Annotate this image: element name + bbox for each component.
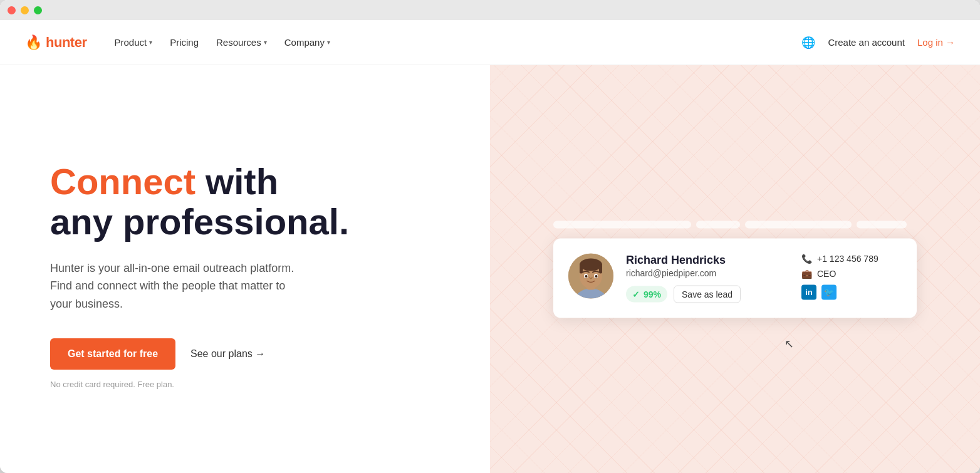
hero-heading-highlight: Connect [50, 161, 195, 202]
card-area: Richard Hendricks richard@piedpiper.com … [553, 221, 917, 318]
no-credit-card-text: No credit card required. Free plan. [50, 380, 452, 389]
nav-resources-label: Resources [216, 37, 261, 48]
logo-icon: 🔥 [25, 34, 42, 51]
svg-point-9 [585, 275, 588, 278]
logo-link[interactable]: 🔥 hunter [25, 34, 86, 51]
hero-heading: Connect withany professional. [50, 162, 452, 242]
traffic-light-green[interactable] [34, 6, 42, 14]
profile-email: richard@piedpiper.com [626, 268, 789, 278]
twitter-button[interactable]: 🐦 [821, 284, 837, 299]
avatar-image [568, 253, 613, 298]
search-segment-2 [696, 221, 740, 228]
search-segment-1 [553, 221, 691, 228]
social-row: in 🐦 [801, 284, 902, 299]
traffic-light-yellow[interactable] [21, 6, 29, 14]
globe-icon[interactable]: 🌐 [801, 36, 815, 49]
traffic-light-red[interactable] [8, 6, 16, 14]
svg-point-10 [595, 275, 598, 278]
phone-row: 📞 +1 123 456 789 [801, 253, 902, 263]
confidence-value: 99% [644, 289, 661, 299]
nav-product[interactable]: Product ▾ [107, 32, 160, 53]
profile-card: Richard Hendricks richard@piedpiper.com … [553, 238, 917, 318]
nav-pricing-label: Pricing [170, 37, 199, 48]
browser-titlebar [0, 0, 980, 20]
linkedin-button[interactable]: in [801, 284, 816, 299]
login-link[interactable]: Log in → [917, 37, 955, 48]
chevron-down-icon: ▾ [327, 39, 330, 46]
profile-info: Richard Hendricks richard@piedpiper.com … [626, 253, 789, 303]
main-content: Connect withany professional. Hunter is … [0, 65, 980, 473]
briefcase-icon: 💼 [801, 268, 812, 278]
hero-right: Richard Hendricks richard@piedpiper.com … [490, 65, 980, 473]
phone-value: +1 123 456 789 [817, 253, 878, 263]
profile-name: Richard Hendricks [626, 253, 789, 266]
check-icon: ✓ [632, 289, 640, 299]
nav-product-label: Product [114, 37, 147, 48]
nav-company-label: Company [284, 37, 325, 48]
title-row: 💼 CEO [801, 268, 902, 278]
nav-resources[interactable]: Resources ▾ [209, 32, 274, 53]
save-lead-button[interactable]: Save as lead [674, 285, 741, 303]
chevron-down-icon: ▾ [264, 39, 267, 46]
title-value: CEO [817, 268, 836, 278]
avatar [568, 253, 613, 298]
nav-pricing[interactable]: Pricing [162, 32, 206, 53]
search-bar-mockup [553, 221, 917, 228]
browser-window: 🔥 hunter Product ▾ Pricing Resources ▾ C… [0, 0, 980, 473]
linkedin-icon: in [805, 288, 813, 297]
hero-description: Hunter is your all-in-one email outreach… [50, 259, 338, 313]
search-segment-4 [857, 221, 907, 228]
logo-text: hunter [46, 34, 86, 51]
profile-actions: ✓ 99% Save as lead [626, 285, 789, 303]
get-started-button[interactable]: Get started for free [50, 338, 175, 370]
create-account-link[interactable]: Create an account [828, 37, 905, 48]
see-plans-link[interactable]: See our plans → [190, 348, 265, 360]
navbar: 🔥 hunter Product ▾ Pricing Resources ▾ C… [0, 20, 980, 65]
search-segment-3 [745, 221, 852, 228]
profile-details: 📞 +1 123 456 789 💼 CEO in [801, 253, 902, 299]
phone-icon: 📞 [801, 253, 812, 263]
chevron-down-icon: ▾ [149, 39, 152, 46]
page: 🔥 hunter Product ▾ Pricing Resources ▾ C… [0, 20, 980, 473]
twitter-icon: 🐦 [824, 288, 834, 297]
nav-right: 🌐 Create an account Log in → [801, 36, 955, 49]
nav-company[interactable]: Company ▾ [277, 32, 338, 53]
nav-links: Product ▾ Pricing Resources ▾ Company ▾ [107, 32, 801, 53]
cursor-indicator: ↖ [785, 337, 794, 351]
hero-left: Connect withany professional. Hunter is … [0, 65, 490, 473]
confidence-badge: ✓ 99% [626, 286, 667, 302]
hero-buttons: Get started for free See our plans → [50, 338, 452, 370]
svg-point-4 [580, 258, 602, 271]
